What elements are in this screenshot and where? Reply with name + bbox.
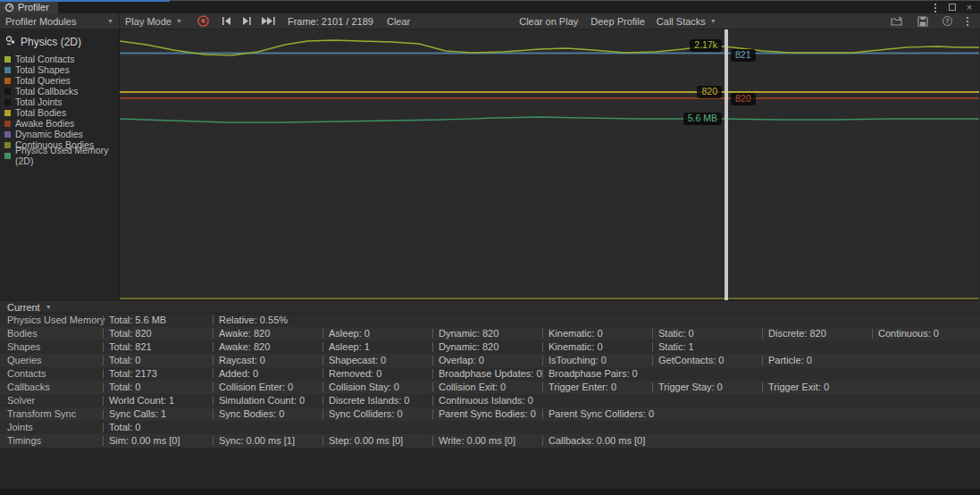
chart-value-badge-2-17k: 2.17k <box>690 39 722 52</box>
maximize-icon[interactable] <box>947 2 958 13</box>
save-profile-icon[interactable] <box>914 16 932 27</box>
stat-cell: Sim: 0.00 ms [0] <box>103 436 180 446</box>
chart-area-split: Physics (2D) Total ContactsTotal ShapesT… <box>0 29 980 300</box>
table-row-bodies: BodiesTotal: 820Awake: 820Asleep: 0Dynam… <box>0 327 980 340</box>
window-controls: × <box>930 1 980 13</box>
table-row-callbacks: CallbacksTotal: 0Collision Enter: 0Colli… <box>0 381 980 394</box>
chart-line-physics-used-memory-2d <box>120 117 979 122</box>
legend-item-total-bodies[interactable]: Total Bodies <box>4 107 119 118</box>
row-label: Callbacks <box>7 381 50 394</box>
deep-profile-toggle[interactable]: Deep Profile <box>584 13 651 29</box>
chevron-down-icon: ▼ <box>107 18 113 24</box>
call-stacks-dropdown[interactable]: Call Stacks ▼ <box>651 13 722 29</box>
legend-label: Total Bodies <box>15 107 66 118</box>
legend-label: Physics Used Memory (2D) <box>15 145 119 166</box>
row-label: Transform Sync <box>7 407 76 421</box>
profiler-chart[interactable]: 2.17k8218208205.6 MB <box>120 29 979 300</box>
stat-cell: Total: 0 <box>103 382 140 392</box>
legend-item-awake-bodies[interactable]: Awake Bodies <box>4 118 119 129</box>
legend-swatch <box>4 121 11 127</box>
frame-scrubber[interactable] <box>725 29 728 300</box>
legend-item-total-joints[interactable]: Total Joints <box>4 96 119 107</box>
stat-cell: Total: 0 <box>103 423 140 432</box>
toolbar-menu-icon[interactable] <box>963 16 973 26</box>
stat-cell: Continuous: 0 <box>872 329 939 339</box>
row-label: Solver <box>7 394 35 407</box>
chevron-down-icon: ▼ <box>176 18 182 24</box>
module-title: Physics (2D) <box>21 36 81 48</box>
legend-label: Total Joints <box>15 96 63 107</box>
help-icon[interactable]: ? <box>939 16 956 26</box>
toolbar-right-icons: ? <box>887 16 980 27</box>
legend-item-total-queries[interactable]: Total Queries <box>4 75 119 86</box>
profiler-modules-dropdown[interactable]: Profiler Modules ▼ <box>0 13 120 29</box>
stat-cell: Broadphase Updates: 0 <box>432 369 542 379</box>
physics-details-table: Physics Used MemoryTotal: 5.6 MBRelative… <box>0 314 980 448</box>
table-row-physics-used-memory: Physics Used MemoryTotal: 5.6 MBRelative… <box>0 314 980 327</box>
stat-cell: Parent Sync Bodies: 0 <box>432 409 536 419</box>
stat-cell: Trigger Exit: 0 <box>762 382 829 392</box>
stat-cell: Step: 0.00 ms [0] <box>322 436 403 446</box>
next-frame-button[interactable] <box>237 13 256 29</box>
record-button[interactable] <box>193 13 214 29</box>
stat-cell: Added: 0 <box>213 369 258 379</box>
stat-cell: Sync Colliders: 0 <box>322 409 403 419</box>
stat-cell: Asleep: 1 <box>322 342 370 352</box>
row-label: Queries <box>7 354 42 367</box>
legend-item-total-shapes[interactable]: Total Shapes <box>4 64 119 75</box>
legend-item-total-callbacks[interactable]: Total Callbacks <box>4 86 119 96</box>
stat-cell: Static: 0 <box>652 329 694 339</box>
load-profile-icon[interactable] <box>887 16 907 27</box>
module-panel: Physics (2D) Total ContactsTotal ShapesT… <box>0 29 120 300</box>
close-icon[interactable]: × <box>964 2 975 13</box>
stat-cell: Sync: 0.00 ms [1] <box>213 436 295 446</box>
stat-cell: Continuous Islands: 0 <box>432 396 533 406</box>
stat-cell: Dynamic: 820 <box>432 329 498 339</box>
module-header-physics-2d[interactable]: Physics (2D) <box>4 33 119 54</box>
tab-profiler[interactable]: Profiler <box>0 1 58 13</box>
legend-item-physics-used-memory-2d[interactable]: Physics Used Memory (2D) <box>4 150 119 161</box>
profiler-toolbar: Profiler Modules ▼ Play Mode ▼ <box>0 13 980 29</box>
legend-swatch <box>4 78 11 84</box>
stat-cell: Dynamic: 820 <box>432 342 498 352</box>
table-row-transform-sync: Transform SyncSync Calls: 1Sync Bodies: … <box>0 407 980 421</box>
stat-cell: Sync Calls: 1 <box>103 409 166 419</box>
row-label: Joints <box>7 421 33 434</box>
stat-cell: Awake: 820 <box>213 342 270 352</box>
legend-swatch <box>4 153 11 159</box>
stat-cell: World Count: 1 <box>103 396 174 406</box>
stat-cell: Overlap: 0 <box>432 356 484 365</box>
detail-view-dropdown[interactable]: Current ▼ <box>0 300 980 314</box>
row-label: Timings <box>7 434 41 448</box>
stat-cell: Parent Sync Colliders: 0 <box>542 409 654 419</box>
legend-swatch <box>4 110 11 116</box>
legend-swatch <box>4 131 11 138</box>
clear-on-play-toggle[interactable]: Clear on Play <box>513 13 584 29</box>
tab-title: Profiler <box>18 2 49 13</box>
stat-cell: Write: 0.00 ms [0] <box>432 436 515 446</box>
legend-swatch <box>4 67 11 73</box>
legend-swatch <box>4 99 11 105</box>
stat-cell: Kinematic: 0 <box>542 342 603 352</box>
frame-counter: Frame: 2101 / 2189 <box>281 16 381 27</box>
stat-cell: Trigger Enter: 0 <box>542 382 616 392</box>
table-row-joints: JointsTotal: 0 <box>0 421 980 434</box>
play-mode-dropdown[interactable]: Play Mode ▼ <box>120 13 188 29</box>
legend-item-total-contacts[interactable]: Total Contacts <box>4 54 119 64</box>
row-label: Shapes <box>7 340 40 354</box>
clear-button[interactable]: Clear <box>381 13 416 29</box>
stat-cell: Asleep: 0 <box>322 329 370 339</box>
empty-space <box>0 448 980 489</box>
legend-swatch <box>4 56 11 63</box>
stat-cell: Shapecast: 0 <box>322 356 386 365</box>
stat-cell: Particle: 0 <box>762 356 812 365</box>
chart-legend: Total ContactsTotal ShapesTotal QueriesT… <box>4 54 119 161</box>
stat-cell: Callbacks: 0.00 ms [0] <box>542 436 645 446</box>
table-row-contacts: ContactsTotal: 2173Added: 0Removed: 0Bro… <box>0 367 980 381</box>
legend-label: Total Contacts <box>15 54 75 64</box>
window-menu-icon[interactable] <box>930 2 941 13</box>
last-frame-button[interactable] <box>256 13 281 29</box>
legend-item-dynamic-bodies[interactable]: Dynamic Bodies <box>4 129 119 139</box>
legend-label: Total Queries <box>15 75 71 86</box>
first-frame-button[interactable] <box>217 13 237 29</box>
